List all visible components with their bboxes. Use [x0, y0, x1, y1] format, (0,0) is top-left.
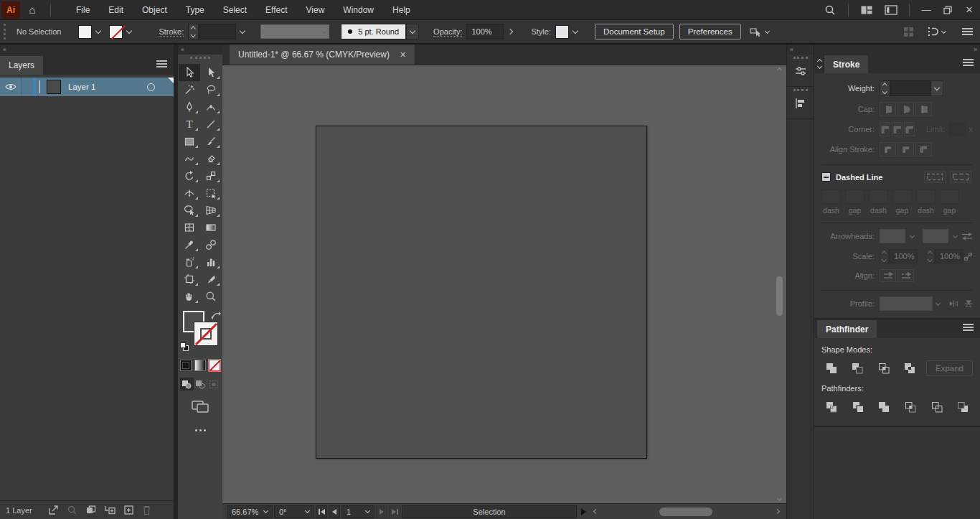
menu-effect[interactable]: Effect: [256, 0, 296, 20]
properties-dock-button[interactable]: [787, 57, 814, 87]
swap-fill-stroke-icon[interactable]: [211, 311, 221, 320]
previous-artboard-button[interactable]: [329, 505, 340, 518]
brush-definition-select[interactable]: 5 pt. Round: [341, 24, 406, 39]
document-setup-button[interactable]: Document Setup: [595, 24, 674, 39]
stroke-swatch[interactable]: [194, 322, 218, 346]
opacity-field[interactable]: 100%: [466, 24, 504, 39]
opacity-expand-arrow[interactable]: [504, 24, 517, 39]
tab-stroke[interactable]: Stroke: [824, 55, 868, 73]
menu-window[interactable]: Window: [334, 0, 383, 20]
make-clipping-mask-icon[interactable]: [85, 505, 96, 515]
stroke-color-swatch[interactable]: [109, 25, 123, 39]
menu-object[interactable]: Object: [133, 0, 176, 20]
tool-direct-selection[interactable]: [200, 64, 222, 81]
rotation-select[interactable]: 0°: [274, 505, 314, 518]
illustrator-logo-icon[interactable]: Ai: [1, 1, 20, 19]
tool-perspective-grid[interactable]: [200, 202, 222, 219]
tool-zoom[interactable]: [200, 288, 222, 305]
artboard-number-select[interactable]: 1: [341, 505, 374, 518]
width-profile-select[interactable]: [260, 24, 329, 39]
crop-button[interactable]: [900, 398, 920, 416]
stroke-weight-label[interactable]: Stroke:: [159, 27, 184, 37]
preferences-button[interactable]: Preferences: [679, 24, 741, 39]
tool-column-graph[interactable]: [200, 253, 222, 271]
layer-thumbnail[interactable]: [47, 80, 61, 94]
tool-pen[interactable]: [179, 98, 200, 116]
tool-shaper[interactable]: [179, 150, 200, 167]
collapse-panel-icon[interactable]: «: [3, 46, 6, 53]
tool-gradient[interactable]: [200, 219, 222, 236]
horizontal-scroll-thumb[interactable]: [659, 508, 712, 516]
tool-eraser[interactable]: [200, 150, 222, 167]
tool-symbol-sprayer[interactable]: [179, 253, 200, 271]
workspace-icon[interactable]: [879, 0, 903, 20]
stroke-weight-field[interactable]: [199, 24, 236, 39]
scroll-right-arrow[interactable]: [772, 506, 782, 518]
trim-button[interactable]: [848, 398, 868, 416]
panel-collapse-icon[interactable]: [818, 60, 821, 68]
menu-help[interactable]: Help: [383, 0, 420, 20]
tool-mesh[interactable]: [179, 219, 200, 236]
align-dock-button[interactable]: [787, 89, 814, 119]
menu-type[interactable]: Type: [176, 0, 214, 20]
zoom-level-select[interactable]: 66.67%: [227, 505, 273, 518]
style-swatch[interactable]: [555, 25, 569, 39]
new-sublayer-icon[interactable]: [104, 505, 116, 515]
scroll-left-arrow[interactable]: [590, 506, 600, 518]
control-panel-menu-icon[interactable]: [962, 27, 973, 37]
search-icon[interactable]: [818, 0, 842, 20]
stroke-weight-dropdown[interactable]: [236, 24, 249, 39]
intersect-button[interactable]: [874, 360, 894, 377]
edit-toolbar-icon[interactable]: [195, 429, 206, 431]
minus-front-button[interactable]: [848, 360, 868, 377]
tool-eyedropper[interactable]: [179, 236, 200, 253]
menu-select[interactable]: Select: [214, 0, 256, 20]
tool-rotate[interactable]: [179, 167, 200, 184]
tool-scale[interactable]: [200, 167, 222, 184]
brush-dropdown[interactable]: [406, 24, 419, 39]
collapse-toolbar-icon[interactable]: «: [181, 46, 184, 53]
tool-artboard[interactable]: [179, 271, 200, 288]
pointer-options-icon[interactable]: [750, 26, 769, 37]
tool-selection[interactable]: [179, 64, 200, 81]
style-dropdown[interactable]: [569, 24, 582, 39]
horizontal-scrollbar[interactable]: [602, 506, 771, 518]
none-button[interactable]: [209, 360, 220, 371]
change-screen-mode-icon[interactable]: [191, 399, 209, 416]
vertical-scrollbar[interactable]: [775, 65, 784, 503]
close-button[interactable]: ✕: [958, 0, 980, 20]
tool-lasso[interactable]: [200, 81, 222, 98]
default-fill-stroke-icon[interactable]: [180, 342, 189, 351]
weight-stepper[interactable]: [880, 80, 890, 96]
tab-pathfinder[interactable]: Pathfinder: [817, 320, 877, 338]
new-layer-icon[interactable]: [123, 505, 134, 515]
menu-edit[interactable]: Edit: [99, 0, 133, 20]
minus-back-button[interactable]: [953, 398, 973, 416]
tool-paintbrush[interactable]: [200, 133, 222, 150]
arrange-documents-icon[interactable]: [854, 0, 879, 20]
gradient-button[interactable]: [194, 360, 206, 371]
layer-row[interactable]: Layer 1: [0, 78, 174, 96]
layer-name[interactable]: Layer 1: [68, 83, 95, 91]
status-expand-icon[interactable]: [581, 508, 586, 515]
tool-magic-wand[interactable]: [179, 81, 200, 98]
draw-normal-button[interactable]: [180, 378, 194, 391]
tab-layers[interactable]: Layers: [0, 56, 43, 75]
restore-button[interactable]: [937, 0, 958, 20]
vertical-scroll-thumb[interactable]: [776, 276, 783, 316]
stroke-panel-menu-icon[interactable]: [963, 57, 974, 67]
first-artboard-button[interactable]: [316, 505, 327, 518]
fill-color-swatch[interactable]: [78, 25, 92, 39]
toolbar-grip[interactable]: [190, 57, 210, 59]
expand-dock-icon[interactable]: «: [790, 46, 793, 53]
scroll-up-arrow[interactable]: [775, 65, 784, 75]
collapse-dock-icon[interactable]: »: [974, 46, 977, 53]
home-icon[interactable]: ⌂: [20, 4, 44, 16]
document-tab[interactable]: Untitled-1* @ 66.67 % (CMYK/Preview) ✕: [230, 45, 415, 65]
tool-width[interactable]: [179, 184, 200, 202]
document-arrangement-icon[interactable]: [920, 22, 952, 42]
layer-visibility-toggle[interactable]: [0, 78, 22, 96]
collect-for-export-icon[interactable]: [48, 505, 59, 515]
tool-rectangle[interactable]: [179, 133, 200, 150]
panel-grip[interactable]: [4, 24, 6, 39]
